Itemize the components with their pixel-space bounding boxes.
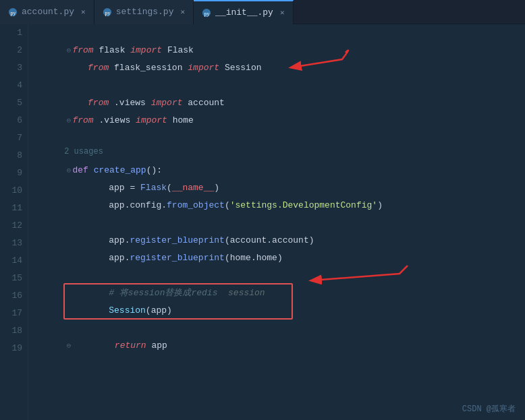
code-line-7-usages: 2 usages (35, 129, 525, 144)
line-num-9: 9 (0, 164, 22, 182)
code-line-13: app.register_blueprint(home.home) (35, 232, 525, 249)
tab-bar: py account.py ✕ py settings.py ✕ py __in… (0, 0, 525, 24)
line-num-17: 17 (0, 305, 22, 322)
tab-settings-close[interactable]: ✕ (180, 7, 185, 16)
line-num-18: 18 (0, 322, 22, 340)
watermark: CSDN @孤寒者 (462, 403, 516, 415)
line-num-11: 11 (0, 200, 22, 217)
code-area[interactable]: ⊖from flask import Flask from flask_sess… (28, 24, 525, 420)
code-line-15: # 将session替换成redis session (35, 267, 525, 284)
code-line-2: from flask_session import Session (35, 42, 525, 59)
tab-account-close[interactable]: ✕ (81, 7, 86, 16)
line-num-1: 1 (0, 24, 22, 42)
code-line-4: from .views import account (35, 77, 525, 94)
line-num-16: 16 (0, 287, 22, 305)
svg-text:py: py (105, 9, 110, 16)
code-line-1: ⊖from flask import Flask (35, 24, 525, 42)
code-line-10: app.config.from_object('settings.Develop… (35, 179, 525, 197)
editor: 1 2 3 4 5 6 7 8 9 10 11 12 13 14 15 16 1… (0, 24, 525, 420)
svg-text:py: py (204, 10, 210, 16)
tab-init-label: __init__.py (215, 7, 273, 18)
line-num-14: 14 (0, 252, 22, 270)
line-num-3: 3 (0, 59, 22, 77)
line-num-10: 10 (0, 182, 22, 200)
line-num-12: 12 (0, 217, 22, 235)
code-line-14 (35, 249, 525, 267)
code-line-17 (35, 302, 525, 320)
tab-init-close[interactable]: ✕ (280, 8, 285, 17)
tab-settings[interactable]: py settings.py ✕ (94, 0, 194, 24)
line-numbers: 1 2 3 4 5 6 7 8 9 10 11 12 13 14 15 16 1… (0, 24, 28, 420)
line-num-19: 19 (0, 340, 22, 357)
line-num-5: 5 (0, 94, 22, 112)
code-line-5: ⊖from .views import home (35, 94, 525, 112)
line-num-7: 7 (0, 129, 22, 147)
code-line-9: app = Flask(__name__) (35, 162, 525, 179)
tab-account[interactable]: py account.py ✕ (0, 0, 94, 24)
line-num-4: 4 (0, 77, 22, 94)
code-line-16: Session(app) (35, 284, 525, 302)
tab-account-label: account.py (22, 7, 74, 17)
code-line-11 (35, 197, 525, 214)
line-num-13: 13 (0, 235, 22, 252)
tab-settings-label: settings.py (116, 7, 174, 17)
line-num-6: 6 (0, 112, 22, 129)
code-line-3 (35, 59, 525, 77)
tab-init[interactable]: py __init__.py ✕ (194, 0, 293, 24)
svg-text:py: py (11, 9, 16, 16)
code-line-12: app.register_blueprint(account.account) (35, 214, 525, 232)
code-line-18: ⊖ return app (35, 320, 525, 337)
code-line-8: ⊖def create_app(): (35, 144, 525, 162)
line-num-2: 2 (0, 42, 22, 59)
code-line-6 (35, 112, 525, 129)
line-num-8: 8 (0, 147, 22, 164)
line-num-15: 15 (0, 270, 22, 287)
code-line-19 (35, 337, 525, 355)
